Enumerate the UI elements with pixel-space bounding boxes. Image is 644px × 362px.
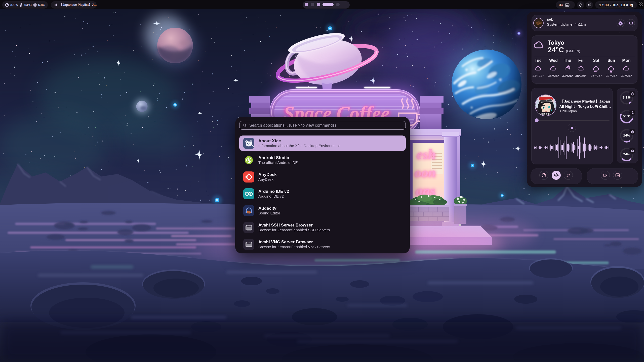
svg-text:esh: esh bbox=[417, 147, 435, 162]
svg-text:oon: oon bbox=[415, 165, 436, 180]
